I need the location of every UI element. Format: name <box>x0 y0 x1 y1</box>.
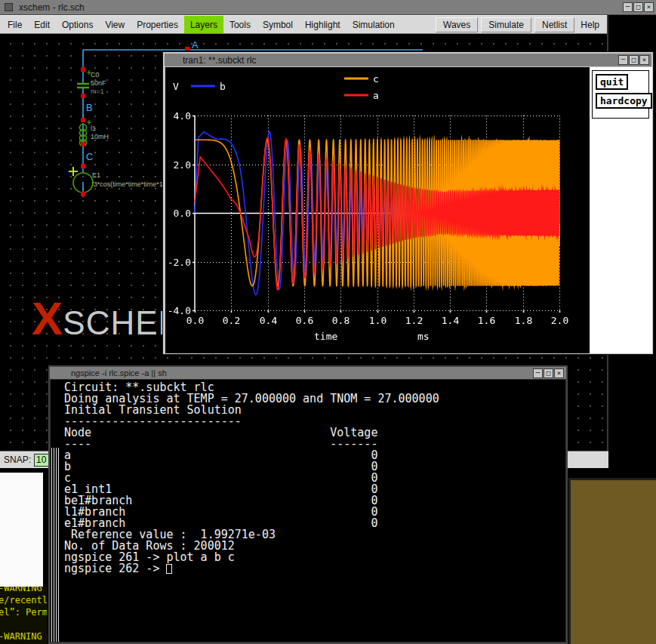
xschem-titlebar[interactable]: xschem - rlc.sch ─ □ × <box>0 0 656 15</box>
window-menu-icon[interactable] <box>5 3 13 11</box>
xschem-menubar: FileEditOptionsViewPropertiesLayersTools… <box>0 15 607 34</box>
inductor-l1[interactable]: l1 10mH <box>80 118 109 146</box>
capacitor-c0[interactable]: C0 50nF m=1 <box>77 67 106 98</box>
logo-x: X <box>32 292 63 344</box>
net-label-c[interactable]: C <box>86 151 93 162</box>
menu-properties[interactable]: Properties <box>131 16 184 33</box>
minimize-icon[interactable]: ─ <box>623 2 633 12</box>
capacitor-ref: C0 <box>91 71 100 79</box>
waveform-plot-canvas <box>165 67 590 353</box>
plot-window: tran1: **.subckt rlc ─ □ × quit hardcopy <box>162 51 654 355</box>
plot-window-title: tran1: **.subckt rlc <box>165 55 256 66</box>
background-brown-window <box>568 478 656 644</box>
net-label-a[interactable]: A <box>192 39 199 51</box>
menu-symbol[interactable]: Symbol <box>257 16 299 33</box>
terminal-cursor <box>166 564 172 574</box>
net-label-b[interactable]: B <box>86 102 93 113</box>
menu-file[interactable]: File <box>2 16 28 33</box>
terminal-titlebar[interactable]: ngspice -i rlc.spice -a || sh ─ □ × <box>50 367 566 379</box>
source-ref: E1 <box>92 171 100 179</box>
terminal-scrollbar-thumb[interactable] <box>51 448 60 642</box>
plot-side-panel: quit hardcopy <box>590 67 652 353</box>
maximize-icon[interactable]: □ <box>629 55 639 65</box>
menu-tools[interactable]: Tools <box>223 16 257 33</box>
background-white-window <box>0 473 43 587</box>
pin-a <box>185 47 190 51</box>
maximize-icon[interactable]: □ <box>633 2 643 12</box>
terminal-line: ngspice 262 -> <box>64 563 565 575</box>
warning-line: -WARNING <box>0 630 47 642</box>
close-icon[interactable]: × <box>644 2 654 12</box>
warning-line: el”: Perm <box>0 606 47 618</box>
plot-titlebar[interactable]: tran1: **.subckt rlc ─ □ × <box>165 54 651 66</box>
warning-line: e/recently <box>0 594 47 606</box>
capacitor-value: 50nF <box>91 79 106 87</box>
menu-highlight[interactable]: Highlight <box>299 16 346 33</box>
menu-simulation[interactable]: Simulation <box>346 16 401 33</box>
menu-view[interactable]: View <box>99 16 131 33</box>
terminal-content: Circuit: **.subckt rlcDoing analysis at … <box>51 380 565 642</box>
warning-line <box>0 618 47 630</box>
simulate-button[interactable]: Simulate <box>481 17 531 32</box>
terminal-text: Circuit: **.subckt rlcDoing analysis at … <box>64 382 565 642</box>
voltage-source-e1[interactable]: E1 '3*cos(time*time*time*1e11)' <box>69 164 177 196</box>
plot-button-panel: quit hardcopy <box>592 70 649 119</box>
minimize-icon[interactable]: ─ <box>533 368 543 378</box>
ngspice-terminal-window: ngspice -i rlc.spice -a || sh ─ □ × Circ… <box>48 365 568 644</box>
waves-button[interactable]: Waves <box>436 17 478 32</box>
menu-edit[interactable]: Edit <box>28 16 56 33</box>
maximize-icon[interactable]: □ <box>544 368 553 378</box>
quit-button[interactable]: quit <box>596 74 628 90</box>
terminal-window-title: ngspice -i rlc.spice -a || sh <box>50 368 167 377</box>
inductor-value: 10mH <box>91 133 109 140</box>
xschem-window-title: xschem - rlc.sch <box>19 2 85 13</box>
menu-options[interactable]: Options <box>56 16 99 33</box>
snap-label: SNAP: <box>0 454 34 465</box>
terminal-scrollbar[interactable] <box>51 380 61 642</box>
close-icon[interactable]: × <box>554 368 564 378</box>
netlist-button[interactable]: Netlist <box>534 17 574 32</box>
inductor-ref: l1 <box>91 125 96 132</box>
minimize-icon[interactable]: ─ <box>618 55 628 65</box>
warning-line: -WARNING <box>0 587 47 594</box>
desktop: xschem - rlc.sch ─ □ × FileEditOptionsVi… <box>0 0 656 644</box>
capacitor-attr: m=1 <box>91 88 104 95</box>
close-icon[interactable]: × <box>639 55 649 65</box>
help-menu[interactable]: Help <box>577 18 602 32</box>
menu-layers[interactable]: Layers <box>184 16 223 33</box>
background-warning-terminal: -WARNINGe/recentlyel”: Perm -WARNING <box>0 587 47 644</box>
hardcopy-button[interactable]: hardcopy <box>596 93 652 109</box>
